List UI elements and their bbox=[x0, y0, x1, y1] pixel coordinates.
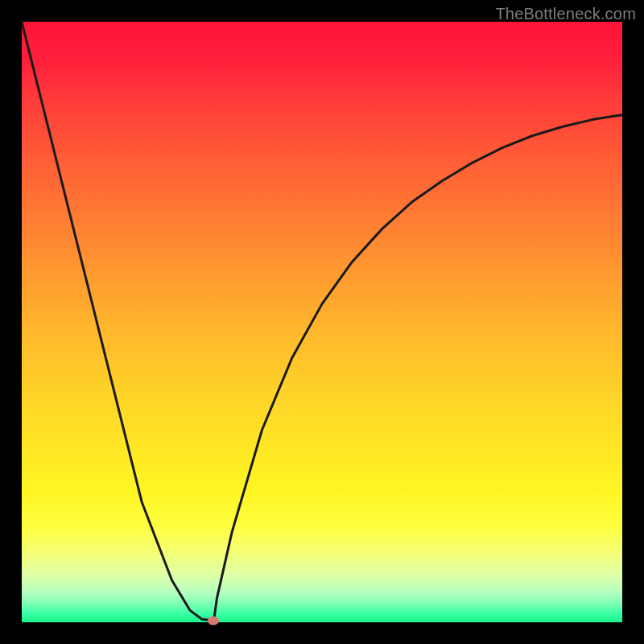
optimum-marker bbox=[208, 616, 219, 625]
chart-stage: TheBottleneck.com bbox=[0, 0, 644, 644]
plot-area bbox=[22, 22, 622, 622]
watermark-text: TheBottleneck.com bbox=[495, 5, 636, 23]
bottleneck-curve-layer bbox=[22, 22, 622, 622]
bottleneck-curve bbox=[22, 22, 622, 620]
